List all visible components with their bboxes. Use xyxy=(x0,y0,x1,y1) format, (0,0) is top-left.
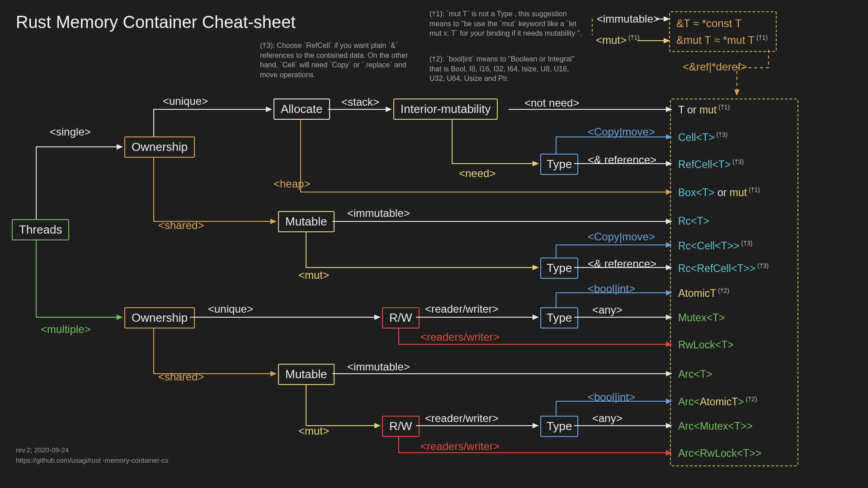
label-readerwriter-1: <reader/writer> xyxy=(425,303,499,315)
box-type-1: Type xyxy=(540,154,578,175)
box-rw-2: R/W xyxy=(382,416,420,437)
footnote-2: (†2): `bool|int` means to "Boolean or In… xyxy=(429,54,583,84)
footer-url: https://github.com/usagi/rust -memory-co… xyxy=(16,455,169,466)
page-title: Rust Memory Container Cheat-sheet xyxy=(16,13,296,32)
box-type-3: Type xyxy=(540,307,578,328)
label-readerwriter-2: <reader/writer> xyxy=(425,412,499,425)
footnote-3: (†3): Choose `RefCell` if you want plain… xyxy=(260,41,409,80)
label-ref-2: <& reference> xyxy=(588,258,656,270)
box-interior-mutability: Interior-mutability xyxy=(393,99,498,120)
box-type-2: Type xyxy=(540,258,578,279)
label-readerswriter-1: <readers/writer> xyxy=(420,331,500,343)
label-any-1: <any> xyxy=(592,304,623,316)
box-mutable-1: Mutable xyxy=(278,211,335,232)
box-mutable-2: Mutable xyxy=(278,364,335,385)
label-ref-1: <& reference> xyxy=(588,154,656,166)
label-mut-2: <mut> xyxy=(298,425,329,437)
label-immutable-top: <immutable> xyxy=(597,13,660,25)
box-ownership-2: Ownership xyxy=(124,307,195,328)
label-heap: <heap> xyxy=(274,178,310,190)
equiv-mut: &mut T ≈ *mut T(†1) xyxy=(676,32,768,48)
label-ref-deref: <&ref|*deref> xyxy=(683,61,747,73)
label-mut-1: <mut> xyxy=(298,269,329,282)
box-ownership-1: Ownership xyxy=(124,136,195,158)
label-unique-2: <unique> xyxy=(208,303,253,315)
footnote-1: (†1): `mut T` is not a Type , this sugge… xyxy=(429,9,583,38)
box-rw-1: R/W xyxy=(382,307,420,328)
label-shared-1: <shared> xyxy=(158,219,204,232)
label-stack: <stack> xyxy=(341,96,379,108)
label-immutable-1: <immutable> xyxy=(347,207,410,220)
label-any-2: <any> xyxy=(592,412,623,425)
label-immutable-2: <immutable> xyxy=(347,361,410,373)
footer: rev.2; 2020-09-24 https://github.com/usa… xyxy=(16,445,169,465)
label-mut-top: <mut>(†1) xyxy=(596,34,640,47)
box-allocate: Allocate xyxy=(274,99,330,120)
label-single: <single> xyxy=(50,126,91,138)
box-type-4: Type xyxy=(540,416,578,437)
label-copymove-1: <Copy|move> xyxy=(588,126,655,138)
box-threads: Threads xyxy=(12,219,69,240)
label-readerswriter-2: <readers/writer> xyxy=(420,440,500,453)
label-multiple: <multiple> xyxy=(41,323,91,336)
label-boolint-2: <bool|int> xyxy=(588,391,635,404)
label-not-need: <not need> xyxy=(524,97,579,109)
label-unique-1: <unique> xyxy=(163,95,208,108)
label-copymove-2: <Copy|move> xyxy=(588,230,655,243)
label-boolint-1: <bool|int> xyxy=(588,282,635,295)
footer-rev: rev.2; 2020-09-24 xyxy=(16,445,169,455)
label-need: <need> xyxy=(459,167,495,180)
label-shared-2: <shared> xyxy=(158,371,204,383)
ref-equivalence-box: &T ≈ *const T &mut T ≈ *mut T(†1) xyxy=(669,11,777,52)
leaf-dashed-box xyxy=(670,99,798,466)
equiv-const: &T ≈ *const T xyxy=(676,15,768,32)
